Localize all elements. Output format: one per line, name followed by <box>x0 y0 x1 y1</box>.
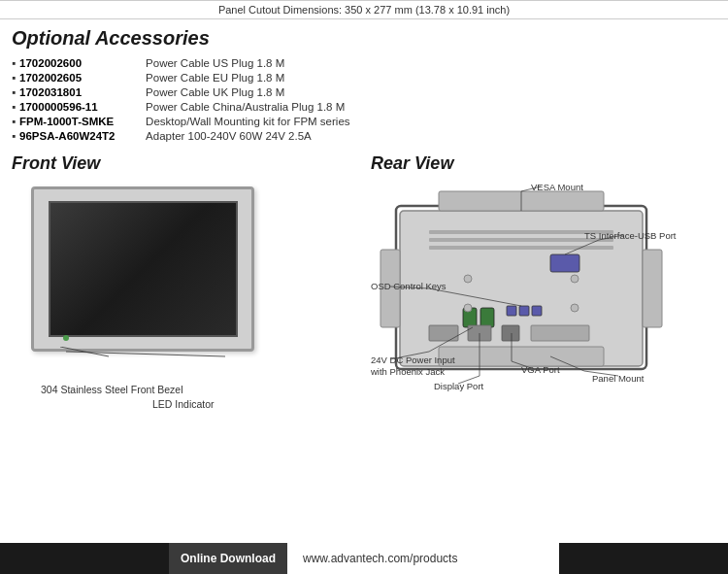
monitor-outer <box>31 186 254 352</box>
bullet: ▪ <box>12 57 16 69</box>
svg-rect-7 <box>439 347 604 366</box>
rear-diagram-container: VESA Mount OSD Control Keys TS Interface… <box>371 182 672 395</box>
label-vga-port: VGA Port <box>521 364 560 375</box>
svg-rect-20 <box>550 254 579 272</box>
acc-desc: Desktop/Wall Mounting kit for FPM series <box>146 116 349 127</box>
front-view-title: Front View <box>12 153 371 174</box>
top-bar: Panel Cutout Dimensions: 350 x 277 mm (1… <box>0 0 728 19</box>
svg-rect-19 <box>531 325 589 341</box>
footer-bar: Online Download www.advantech.com/produc… <box>0 543 728 574</box>
monitor-screen <box>49 201 238 337</box>
label-display-port: Display Port <box>434 381 483 391</box>
label-osd-keys: OSD Control Keys <box>371 281 447 291</box>
views-section: Front View 304 Stainless Steel Fro <box>12 153 716 405</box>
list-item: ▪ 1702002600 Power Cable US Plug 1.8 M <box>12 57 716 69</box>
acc-desc: Power Cable UK Plug 1.8 M <box>146 86 284 98</box>
accessories-list: ▪ 1702002600 Power Cable US Plug 1.8 M ▪… <box>12 57 716 142</box>
svg-line-1 <box>66 352 225 356</box>
label-vesa-mount: VESA Mount <box>531 182 583 192</box>
optional-accessories-title: Optional Accessories <box>12 27 716 50</box>
acc-code: 1702002600 <box>19 57 146 69</box>
bullet: ▪ <box>12 101 16 113</box>
acc-desc: Adapter 100-240V 60W 24V 2.5A <box>146 130 312 142</box>
svg-rect-16 <box>429 325 458 341</box>
footer-online-label: Online Download <box>169 543 287 574</box>
svg-rect-10 <box>429 246 613 250</box>
label-led-indicator: LED Indicator <box>152 398 215 410</box>
footer-url: www.advantech.com/products <box>287 543 559 574</box>
svg-rect-13 <box>507 306 516 316</box>
front-callout-svg <box>31 347 283 405</box>
acc-desc: Power Cable China/Australia Plug 1.8 M <box>146 101 345 113</box>
label-304-stainless: 304 Stainless Steel Front Bezel <box>41 384 183 395</box>
acc-desc: Power Cable US Plug 1.8 M <box>146 57 284 69</box>
svg-point-21 <box>464 275 472 283</box>
monitor-diagram <box>31 186 254 352</box>
bullet: ▪ <box>12 72 16 84</box>
front-view-wrapper: 304 Stainless Steel Front Bezel LED Indi… <box>12 182 371 405</box>
label-ts-interface: TS Interface-USB Port <box>584 230 677 241</box>
bullet: ▪ <box>12 116 16 127</box>
svg-rect-14 <box>519 306 529 316</box>
label-panel-mount: Panel Mount <box>592 373 644 384</box>
list-item: ▪ 1700000596-11 Power Cable China/Austra… <box>12 101 716 113</box>
label-24v-power: 24V DC Power Inputwith Phoenix Jack <box>371 355 455 379</box>
bullet: ▪ <box>12 130 16 142</box>
svg-rect-18 <box>502 325 519 341</box>
list-item: ▪ 1702031801 Power Cable UK Plug 1.8 M <box>12 86 716 98</box>
acc-code: 1702002605 <box>19 72 146 84</box>
acc-desc: Power Cable EU Plug 1.8 M <box>146 72 284 84</box>
list-item: ▪ 96PSA-A60W24T2 Adapter 100-240V 60W 24… <box>12 130 716 142</box>
svg-point-23 <box>464 304 472 312</box>
svg-point-24 <box>571 304 579 312</box>
acc-code: 96PSA-A60W24T2 <box>19 130 146 142</box>
svg-rect-15 <box>532 306 542 316</box>
panel-dimensions-text: Panel Cutout Dimensions: 350 x 277 mm (1… <box>218 4 510 16</box>
bullet: ▪ <box>12 86 16 98</box>
led-dot <box>63 335 69 341</box>
acc-code: 1702031801 <box>19 86 146 98</box>
rear-view-title: Rear View <box>371 153 716 174</box>
main-content: Optional Accessories ▪ 1702002600 Power … <box>0 19 728 413</box>
svg-rect-5 <box>643 250 662 327</box>
svg-point-22 <box>571 275 579 283</box>
front-view-section: Front View 304 Stainless Steel Fro <box>12 153 371 405</box>
list-item: ▪ 1702002605 Power Cable EU Plug 1.8 M <box>12 72 716 84</box>
svg-rect-12 <box>480 308 494 327</box>
rear-view-section: Rear View <box>371 153 716 405</box>
acc-code: FPM-1000T-SMKE <box>19 116 146 127</box>
list-item: ▪ FPM-1000T-SMKE Desktop/Wall Mounting k… <box>12 116 716 127</box>
acc-code: 1700000596-11 <box>19 101 146 113</box>
rear-view-wrapper: VESA Mount OSD Control Keys TS Interface… <box>371 182 716 405</box>
